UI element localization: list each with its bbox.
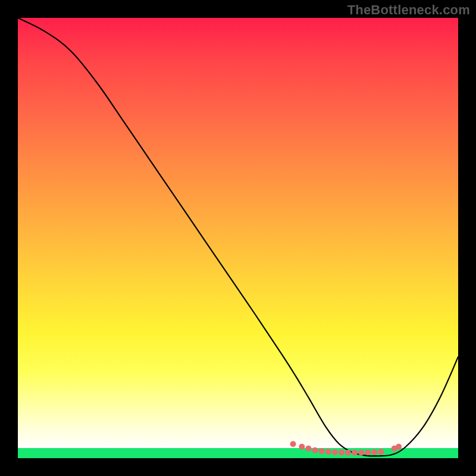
dot-icon — [352, 450, 358, 456]
watermark-text: TheBottleneck.com — [347, 2, 470, 18]
dot-icon — [345, 450, 351, 456]
bottleneck-curve — [18, 18, 458, 456]
chart-frame: TheBottleneck.com — [0, 0, 476, 476]
dot-icon — [305, 446, 311, 452]
plot-area — [18, 18, 458, 458]
dot-icon — [396, 444, 402, 450]
dot-icon — [290, 441, 296, 447]
chart-svg — [18, 18, 458, 458]
dot-icon — [332, 449, 338, 455]
dot-icon — [319, 448, 325, 454]
dot-icon — [378, 449, 384, 455]
dot-icon — [358, 450, 364, 456]
dot-icon — [312, 447, 318, 453]
dot-icon — [365, 449, 371, 455]
dot-icon — [371, 449, 377, 455]
dot-icon — [339, 449, 345, 455]
dot-icon — [325, 449, 331, 455]
dot-icon — [299, 444, 305, 450]
